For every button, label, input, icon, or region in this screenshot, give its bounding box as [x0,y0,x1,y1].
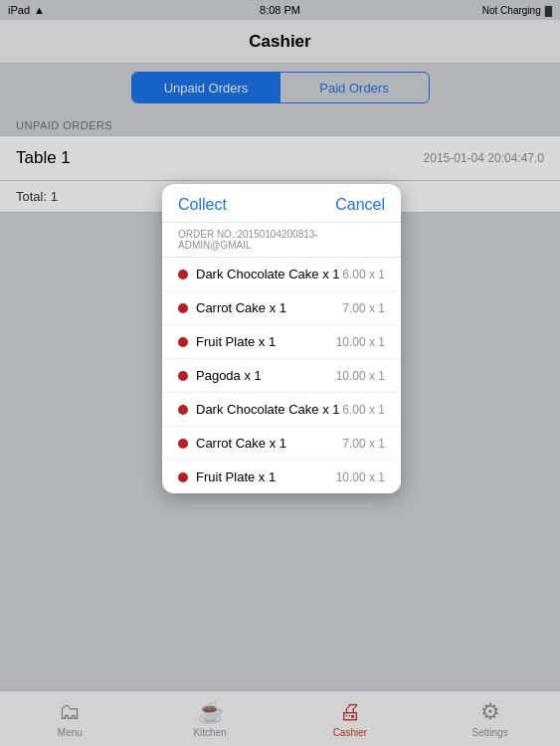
item-price: 10.00 x 1 [336,369,385,383]
item-dot-icon [178,405,188,415]
item-dot-icon [178,472,188,482]
item-price: 10.00 x 1 [336,335,385,349]
collect-button[interactable]: Collect [178,196,227,214]
cancel-button[interactable]: Cancel [335,196,385,214]
order-popup: Collect Cancel ORDER NO.:20150104200813-… [162,184,401,493]
item-price: 10.00 x 1 [336,470,385,484]
item-name: Carrot Cake x 1 [196,436,342,451]
item-name: Pagoda x 1 [196,368,336,383]
popup-header: Collect Cancel [162,184,401,223]
item-dot-icon [178,439,188,449]
popup-item: Fruit Plate x 110.00 x 1 [162,461,401,493]
item-name: Dark Chocolate Cake x 1 [196,267,342,281]
popup-order-number: ORDER NO.:20150104200813-ADMIN@GMAIL [162,223,401,258]
popup-item: Carrot Cake x 17.00 x 1 [162,291,401,325]
popup-item: Dark Chocolate Cake x 16.00 x 1 [162,258,401,291]
item-dot-icon [178,270,188,280]
popup-item: Fruit Plate x 110.00 x 1 [162,325,401,359]
item-dot-icon [178,337,188,347]
popup-items-list: Dark Chocolate Cake x 16.00 x 1Carrot Ca… [162,258,401,493]
item-price: 6.00 x 1 [342,268,385,281]
item-price: 6.00 x 1 [342,403,385,417]
item-name: Fruit Plate x 1 [196,469,336,484]
popup-item: Carrot Cake x 17.00 x 1 [162,427,401,461]
item-name: Fruit Plate x 1 [196,334,336,349]
item-dot-icon [178,303,188,313]
popup-item: Pagoda x 110.00 x 1 [162,359,401,393]
item-name: Carrot Cake x 1 [196,300,342,315]
item-price: 7.00 x 1 [342,437,385,451]
item-name: Dark Chocolate Cake x 1 [196,402,342,417]
item-dot-icon [178,371,188,381]
item-price: 7.00 x 1 [342,301,385,315]
popup-item: Dark Chocolate Cake x 16.00 x 1 [162,393,401,427]
